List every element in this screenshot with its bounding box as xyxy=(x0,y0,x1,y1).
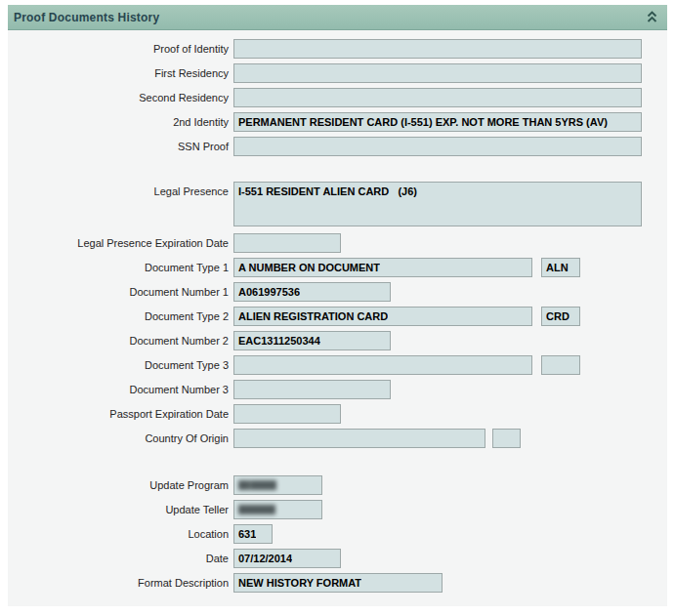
document-type-1-value: A NUMBER ON DOCUMENT xyxy=(238,262,380,273)
field-label-document-type-3: Document Type 3 xyxy=(8,355,229,375)
field-label-document-number-3: Document Number 3 xyxy=(8,380,229,399)
form-row-document-number-1: Document Number 1A061997536 xyxy=(8,282,667,302)
form-row-date: Date07/12/2014 xyxy=(8,549,667,568)
form-row-location: Location631 xyxy=(8,524,667,544)
field-label-location: Location xyxy=(8,524,229,544)
proof-of-identity-field[interactable] xyxy=(233,39,642,59)
field-label-update-program: Update Program xyxy=(8,475,229,495)
update-program-value: ██ █████ xyxy=(238,480,276,490)
2nd-identity-field[interactable]: PERMANENT RESIDENT CARD (I-551) EXP. NOT… xyxy=(233,112,642,132)
document-type-3-code-field[interactable] xyxy=(541,355,580,375)
form-row-document-number-2: Document Number 2EAC1311250344 xyxy=(8,331,667,350)
field-label-passport-expiration-date: Passport Expiration Date xyxy=(8,404,229,424)
field-label-country-of-origin: Country Of Origin xyxy=(8,429,229,448)
update-teller-value: ███████ xyxy=(238,505,275,514)
first-residency-field[interactable] xyxy=(233,63,642,83)
form-row-country-of-origin: Country Of Origin xyxy=(8,429,667,448)
document-type-1-code-value: ALN xyxy=(546,262,569,273)
form-row-format-description: Format DescriptionNEW HISTORY FORMAT xyxy=(8,573,667,593)
field-label-document-type-1: Document Type 1 xyxy=(8,258,229,277)
field-label-document-number-1: Document Number 1 xyxy=(8,282,229,302)
field-label-legal-presence-expiration-date: Legal Presence Expiration Date xyxy=(8,233,229,253)
field-label-first-residency: First Residency xyxy=(8,63,229,83)
legal-presence-expiration-date-field[interactable] xyxy=(233,233,341,253)
document-type-2-field[interactable]: ALIEN REGISTRATION CARD xyxy=(233,307,532,326)
field-label-document-number-2: Document Number 2 xyxy=(8,331,229,350)
update-program-field[interactable]: ██ █████ xyxy=(233,475,322,495)
country-of-origin-field[interactable] xyxy=(233,429,485,448)
chevron-double-up-icon xyxy=(647,11,657,23)
proof-documents-history-panel: Proof Documents History Proof of Identit… xyxy=(8,5,667,607)
panel-body: Proof of IdentityFirst ResidencySecond R… xyxy=(8,30,667,606)
field-label-2nd-identity: 2nd Identity xyxy=(8,112,229,132)
form-row-passport-expiration-date: Passport Expiration Date xyxy=(8,404,667,424)
field-label-second-residency: Second Residency xyxy=(8,88,229,107)
format-description-field[interactable]: NEW HISTORY FORMAT xyxy=(233,573,443,593)
form-row-legal-presence: Legal PresenceI-551 RESIDENT ALIEN CARD … xyxy=(8,182,667,226)
document-type-3-field[interactable] xyxy=(233,355,532,375)
field-label-ssn-proof: SSN Proof xyxy=(8,137,229,156)
form-row-second-residency: Second Residency xyxy=(8,88,667,107)
document-number-1-field[interactable]: A061997536 xyxy=(233,282,391,302)
country-of-origin-code-field[interactable] xyxy=(492,429,521,448)
legal-presence-value: I-551 RESIDENT ALIEN CARD (J6) xyxy=(238,185,417,197)
field-label-document-type-2: Document Type 2 xyxy=(8,307,229,326)
legal-presence-field[interactable]: I-551 RESIDENT ALIEN CARD (J6) xyxy=(233,182,642,226)
update-teller-field[interactable]: ███████ xyxy=(233,500,322,519)
document-number-2-value: EAC1311250344 xyxy=(238,335,320,347)
form-row-proof-of-identity: Proof of Identity xyxy=(8,39,667,59)
field-label-proof-of-identity: Proof of Identity xyxy=(8,39,229,59)
document-type-2-code-value: CRD xyxy=(546,310,570,322)
document-type-2-code-field[interactable]: CRD xyxy=(541,307,580,326)
collapse-panel-button[interactable] xyxy=(647,10,657,25)
form-row-document-number-3: Document Number 3 xyxy=(8,380,667,399)
document-number-2-field[interactable]: EAC1311250344 xyxy=(233,331,391,350)
form-row-update-teller: Update Teller███████ xyxy=(8,500,667,519)
form-row-document-type-3: Document Type 3 xyxy=(8,355,667,375)
date-value: 07/12/2014 xyxy=(238,553,292,564)
document-number-1-value: A061997536 xyxy=(238,286,300,298)
panel-header: Proof Documents History xyxy=(8,5,667,30)
second-residency-field[interactable] xyxy=(233,88,642,107)
panel-title: Proof Documents History xyxy=(14,11,159,24)
form-row-first-residency: First Residency xyxy=(8,63,667,83)
document-number-3-field[interactable] xyxy=(233,380,391,399)
passport-expiration-date-field[interactable] xyxy=(233,404,341,424)
location-value: 631 xyxy=(238,528,256,540)
document-type-1-field[interactable]: A NUMBER ON DOCUMENT xyxy=(233,258,532,277)
document-type-1-code-field[interactable]: ALN xyxy=(541,258,580,277)
field-label-format-description: Format Description xyxy=(8,573,229,593)
location-field[interactable]: 631 xyxy=(233,524,273,544)
form-row-legal-presence-expiration-date: Legal Presence Expiration Date xyxy=(8,233,667,253)
form-row-document-type-1: Document Type 1A NUMBER ON DOCUMENTALN xyxy=(8,258,667,277)
form-row-document-type-2: Document Type 2ALIEN REGISTRATION CARDCR… xyxy=(8,307,667,326)
form-row-2nd-identity: 2nd IdentityPERMANENT RESIDENT CARD (I-5… xyxy=(8,112,667,132)
form-fields: Proof of IdentityFirst ResidencySecond R… xyxy=(8,39,667,593)
form-row-ssn-proof: SSN Proof xyxy=(8,137,667,156)
date-field[interactable]: 07/12/2014 xyxy=(233,549,341,568)
document-type-2-value: ALIEN REGISTRATION CARD xyxy=(238,310,388,322)
form-row-update-program: Update Program██ █████ xyxy=(8,475,667,495)
field-label-update-teller: Update Teller xyxy=(8,500,229,519)
ssn-proof-field[interactable] xyxy=(233,137,642,156)
format-description-value: NEW HISTORY FORMAT xyxy=(238,577,361,589)
2nd-identity-value: PERMANENT RESIDENT CARD (I-551) EXP. NOT… xyxy=(238,116,608,128)
field-label-date: Date xyxy=(8,549,229,568)
field-label-legal-presence: Legal Presence xyxy=(8,182,229,201)
